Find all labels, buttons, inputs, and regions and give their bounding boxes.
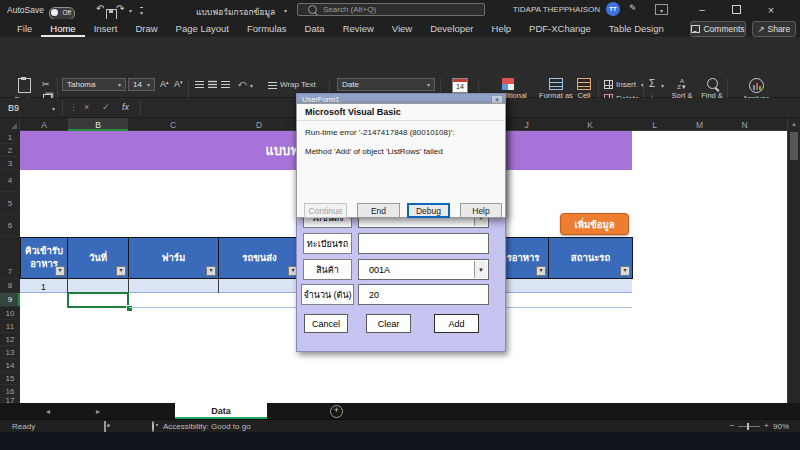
tab-insert[interactable]: Insert xyxy=(85,19,127,37)
align-top-icon[interactable] xyxy=(195,80,204,88)
scroll-up-icon[interactable]: ▲ xyxy=(788,118,800,130)
row-header-14[interactable]: 14 xyxy=(0,359,20,372)
minimize-button[interactable]: – xyxy=(692,0,712,19)
row-header-9[interactable]: 9 xyxy=(0,293,20,307)
undo-icon[interactable]: ↶ xyxy=(96,3,104,14)
zoom-in-icon[interactable]: + xyxy=(764,421,769,430)
filter-dropdown-icon[interactable]: ▾ xyxy=(55,266,65,276)
filter-dropdown-icon[interactable]: ▾ xyxy=(206,266,216,276)
row-header-12[interactable]: 12 xyxy=(0,333,20,346)
tab-formulas[interactable]: Formulas xyxy=(238,19,296,37)
select-all-corner[interactable] xyxy=(0,118,20,131)
tab-developer[interactable]: Developer xyxy=(421,19,482,37)
enter-entry-icon[interactable]: ✓ xyxy=(102,102,110,112)
add-button[interactable]: Add xyxy=(434,314,479,333)
sheet-next-icon[interactable]: ▸ xyxy=(96,407,100,416)
search-input[interactable]: Search (Alt+Q) xyxy=(297,3,485,16)
font-name-select[interactable]: Tahoma▾ xyxy=(62,78,126,91)
row-header-7[interactable]: 7 xyxy=(0,237,20,279)
column-header-c[interactable]: C xyxy=(128,118,218,131)
cancel-entry-icon[interactable]: × xyxy=(84,102,89,112)
editing-mode-pencil-icon[interactable]: ✎ xyxy=(629,3,637,13)
document-title[interactable]: แบบฟอร์มกรอกข้อมูล xyxy=(196,5,275,19)
table-header-date[interactable]: วันที่▾ xyxy=(67,237,129,279)
table-header-farm[interactable]: ฟาร์ม▾ xyxy=(128,237,219,279)
zoom-slider[interactable] xyxy=(738,426,760,427)
tab-data[interactable]: Data xyxy=(296,19,334,37)
font-size-select[interactable]: 14▾ xyxy=(128,78,155,91)
redo-icon[interactable]: ↷ xyxy=(116,3,124,14)
debug-button[interactable]: Debug xyxy=(407,203,450,218)
autosum-icon[interactable]: Σ xyxy=(649,78,655,89)
row-header-6[interactable]: 6 xyxy=(0,215,20,237)
cancel-button[interactable]: Cancel xyxy=(304,314,348,333)
column-header-b[interactable]: B xyxy=(68,118,128,131)
table-cell-queue-1[interactable]: 1 xyxy=(20,279,67,293)
grow-font-icon[interactable]: A▴ xyxy=(160,79,169,89)
row-header-1[interactable]: 1 xyxy=(0,131,20,144)
filter-dropdown-icon[interactable]: ▾ xyxy=(116,266,126,276)
row-header-13[interactable]: 13 xyxy=(0,346,20,359)
filter-dropdown-icon[interactable]: ▾ xyxy=(536,266,546,276)
column-header-l[interactable]: L xyxy=(632,118,677,131)
number-format-select[interactable]: Date▾ xyxy=(337,78,435,91)
table-header-status[interactable]: สถานะรถ▾ xyxy=(548,237,633,279)
zoom-level[interactable]: 90% xyxy=(773,422,789,431)
row-header-4[interactable]: 4 xyxy=(0,170,20,192)
undo-caret-icon[interactable]: ▾ xyxy=(109,7,112,14)
scrollbar-thumb[interactable] xyxy=(790,132,798,160)
new-sheet-icon[interactable]: + xyxy=(330,405,343,418)
sheet-tab-data[interactable]: Data xyxy=(175,403,267,419)
plate-textbox[interactable] xyxy=(358,233,489,254)
orientation-caret-icon[interactable]: ▾ xyxy=(250,82,253,89)
column-header-k[interactable]: K xyxy=(548,118,632,131)
tab-file[interactable]: File xyxy=(8,19,41,37)
table-header-queue[interactable]: คิวเข้ารับอาหาร▾ xyxy=(20,237,68,279)
tab-table-design[interactable]: Table Design xyxy=(600,19,673,37)
help-button[interactable]: Help xyxy=(460,203,502,218)
orientation-icon[interactable]: ⤺ xyxy=(238,79,247,89)
quick-access-caret-icon[interactable]: ▾ xyxy=(140,7,143,16)
zoom-out-icon[interactable]: − xyxy=(730,421,735,430)
active-cell-b9[interactable] xyxy=(67,292,129,308)
row-header-3[interactable]: 3 xyxy=(0,157,20,170)
avatar[interactable]: TT xyxy=(606,2,620,16)
ribbon-display-options-icon[interactable]: ▾ xyxy=(655,4,668,15)
column-header-j[interactable]: J xyxy=(505,118,548,131)
tab-home[interactable]: Home xyxy=(41,19,84,37)
product-combobox[interactable]: 001A ▼ xyxy=(358,259,489,280)
row-header-2[interactable]: 2 xyxy=(0,144,20,157)
column-header-d[interactable]: D xyxy=(218,118,300,131)
accessibility-status[interactable]: Accessibility: Good to go xyxy=(163,422,251,431)
align-middle-icon[interactable] xyxy=(208,80,217,88)
align-bottom-icon[interactable] xyxy=(221,80,230,88)
close-button[interactable]: × xyxy=(760,0,782,19)
row-header-5[interactable]: 5 xyxy=(0,192,20,215)
name-box[interactable]: B9 xyxy=(8,103,19,113)
clear-button[interactable]: Clear xyxy=(366,314,411,333)
combo-arrow-icon[interactable]: ▼ xyxy=(474,261,487,278)
row-header-8[interactable]: 8 xyxy=(0,279,20,293)
more-dots-icon[interactable]: ⋮ xyxy=(69,102,78,112)
user-name[interactable]: TIDAPA THEPPHAISON xyxy=(500,5,600,14)
row-header-10[interactable]: 10 xyxy=(0,307,20,320)
title-caret-icon[interactable]: ▾ xyxy=(284,7,287,14)
column-header-a[interactable]: A xyxy=(20,118,68,131)
row-header-15[interactable]: 15 xyxy=(0,372,20,385)
tab-pdf-xchange[interactable]: PDF-XChange xyxy=(520,19,600,37)
comments-button[interactable]: Comments xyxy=(690,21,746,37)
end-button[interactable]: End xyxy=(357,203,400,218)
shrink-font-icon[interactable]: A▾ xyxy=(174,79,183,89)
insert-cells-button[interactable]: Insert▾ xyxy=(604,80,644,89)
zoom-slider-thumb[interactable] xyxy=(747,423,749,430)
tab-review[interactable]: Review xyxy=(334,19,383,37)
maximize-button[interactable] xyxy=(726,0,746,19)
sheet-prev-icon[interactable]: ◂ xyxy=(46,407,50,416)
row-header-11[interactable]: 11 xyxy=(0,320,20,333)
autosum-caret-icon[interactable]: ▾ xyxy=(661,82,664,89)
tab-page-layout[interactable]: Page Layout xyxy=(167,19,238,37)
cut-icon[interactable]: ✂ xyxy=(42,79,50,89)
wrap-text-button[interactable]: Wrap Text xyxy=(268,80,316,89)
column-header-n[interactable]: N xyxy=(722,118,767,131)
share-button[interactable]: ↗ Share xyxy=(752,21,796,37)
